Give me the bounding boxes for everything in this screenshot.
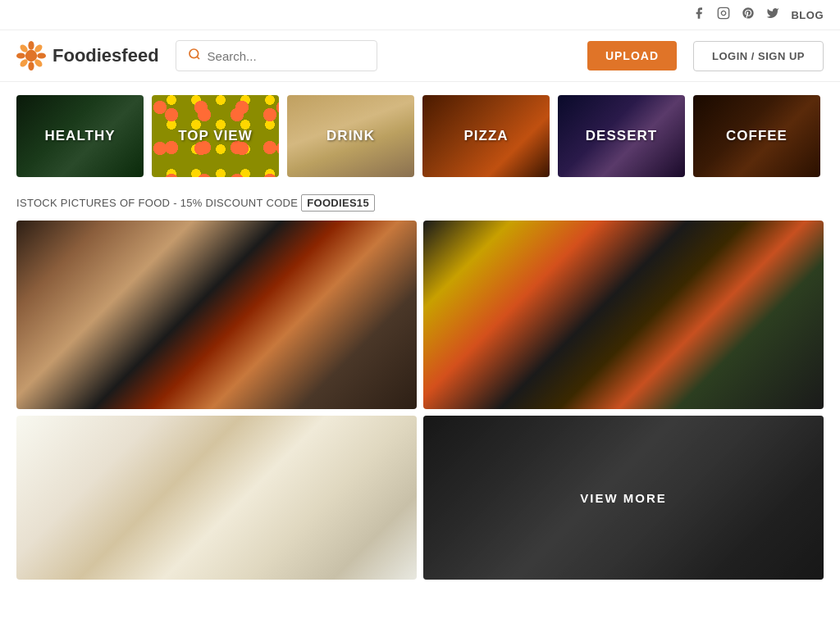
search-bar[interactable] — [176, 40, 377, 71]
image-grid: VIEW MORE — [0, 221, 840, 593]
twitter-icon[interactable] — [766, 7, 779, 23]
category-card-topview[interactable]: TOP VIEW — [152, 95, 279, 177]
pinterest-icon[interactable] — [742, 7, 755, 23]
food-image-food2 — [423, 221, 824, 409]
category-label-pizza: PIZZA — [422, 95, 550, 177]
upload-button[interactable]: UPLOAD — [587, 41, 677, 71]
category-label-coffee: COFFEE — [693, 95, 820, 177]
category-label-healthy: HEALTHY — [16, 95, 144, 177]
grid-item-food4[interactable]: VIEW MORE — [423, 416, 824, 580]
category-card-drink[interactable]: DRINK — [287, 95, 414, 177]
facebook-icon[interactable] — [692, 7, 705, 23]
category-label-drink: DRINK — [287, 95, 414, 177]
category-card-dessert[interactable]: DESSERT — [558, 95, 685, 177]
svg-rect-0 — [719, 7, 729, 18]
promo-banner: ISTOCK PICTURES OF FOOD - 15% DISCOUNT C… — [0, 190, 840, 221]
food-image-food3 — [16, 416, 417, 580]
promo-code: FOODIES15 — [301, 194, 375, 212]
category-label-dessert: DESSERT — [558, 95, 685, 177]
grid-item-food2[interactable] — [423, 221, 824, 409]
svg-point-12 — [189, 49, 199, 58]
svg-point-3 — [28, 41, 34, 50]
svg-point-11 — [26, 51, 37, 61]
svg-point-5 — [37, 52, 46, 58]
search-icon — [188, 48, 201, 64]
header: Foodiesfeed UPLOAD LOGIN / SIGN UP — [0, 30, 840, 82]
grid-item-food1[interactable] — [16, 221, 417, 409]
logo-icon — [16, 41, 46, 71]
svg-line-13 — [197, 57, 199, 59]
category-label-topview: TOP VIEW — [152, 95, 279, 177]
instagram-icon[interactable] — [717, 7, 730, 23]
grid-item-food3[interactable] — [16, 416, 417, 580]
categories-strip: HEALTHYTOP VIEWDRINKPIZZADESSERTCOFFEE — [0, 82, 840, 190]
blog-link[interactable]: BLOG — [791, 9, 824, 21]
logo[interactable]: Foodiesfeed — [16, 41, 159, 71]
search-input[interactable] — [208, 49, 365, 63]
view-more-overlay[interactable]: VIEW MORE — [423, 416, 824, 580]
food-image-food1 — [16, 221, 417, 409]
svg-point-9 — [16, 52, 25, 58]
logo-text: Foodiesfeed — [52, 45, 159, 66]
view-more-text: VIEW MORE — [580, 491, 667, 505]
svg-point-7 — [28, 61, 34, 71]
promo-text: ISTOCK PICTURES OF FOOD - 15% DISCOUNT C… — [16, 197, 298, 209]
category-card-coffee[interactable]: COFFEE — [693, 95, 820, 177]
top-bar: BLOG — [0, 0, 840, 30]
category-card-healthy[interactable]: HEALTHY — [16, 95, 144, 177]
login-button[interactable]: LOGIN / SIGN UP — [693, 41, 824, 71]
category-card-pizza[interactable]: PIZZA — [422, 95, 550, 177]
